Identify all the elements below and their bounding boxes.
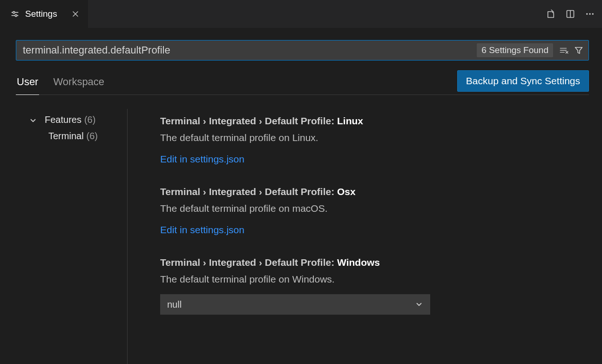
- clear-search-icon[interactable]: [557, 43, 571, 57]
- setting-description: The default terminal profile on macOS.: [160, 203, 589, 214]
- open-changes-icon[interactable]: [545, 8, 556, 20]
- editor-tabbar: Settings: [0, 0, 602, 28]
- setting-description: The default terminal profile on Linux.: [160, 132, 589, 143]
- setting-item: Terminal › Integrated › Default Profile:…: [160, 186, 589, 236]
- tree-item-count: (6): [84, 115, 95, 125]
- chevron-down-icon: [29, 116, 45, 125]
- tree-item-label: Terminal: [48, 131, 84, 142]
- settings-search-input[interactable]: [16, 40, 477, 60]
- setting-title: Terminal › Integrated › Default Profile:…: [160, 115, 589, 127]
- chevron-down-icon: [415, 300, 423, 309]
- svg-point-8: [586, 13, 588, 15]
- svg-point-3: [15, 14, 17, 16]
- settings-body: 6 Settings Found User Workspace Backup a: [0, 28, 602, 364]
- button-label: Backup and Sync Settings: [466, 75, 580, 86]
- more-actions-icon[interactable]: [584, 8, 595, 20]
- setting-dropdown[interactable]: null: [160, 294, 430, 315]
- setting-path: Terminal › Integrated › Default Profile:: [160, 186, 334, 197]
- settings-main: Features (6) Terminal (6) Terminal › Int…: [16, 109, 589, 364]
- edit-in-settings-json-link[interactable]: Edit in settings.json: [160, 224, 244, 236]
- setting-title: Terminal › Integrated › Default Profile:…: [160, 186, 589, 197]
- scope-tabs: User Workspace Backup and Sync Settings: [16, 70, 589, 95]
- tree-item-label: Features: [45, 115, 81, 125]
- svg-point-1: [13, 12, 15, 13]
- setting-item: Terminal › Integrated › Default Profile:…: [160, 257, 589, 315]
- editor-tab-label: Settings: [25, 9, 57, 19]
- tabbar-spacer: [88, 0, 539, 28]
- svg-point-9: [589, 13, 591, 15]
- setting-item: Terminal › Integrated › Default Profile:…: [160, 115, 589, 165]
- setting-path: Terminal › Integrated › Default Profile:: [160, 115, 334, 126]
- edit-in-settings-json-link[interactable]: Edit in settings.json: [160, 154, 244, 165]
- scope-tab-user[interactable]: User: [16, 70, 39, 95]
- scope-tab-label: Workspace: [53, 76, 104, 88]
- close-tab-button[interactable]: [71, 10, 80, 18]
- tree-item-terminal[interactable]: Terminal (6): [16, 128, 127, 144]
- backup-sync-button[interactable]: Backup and Sync Settings: [457, 70, 589, 92]
- setting-key: Windows: [337, 257, 380, 268]
- tree-item-count: (6): [87, 131, 98, 142]
- editor-tab-settings[interactable]: Settings: [0, 0, 88, 28]
- scope-tab-workspace[interactable]: Workspace: [52, 70, 105, 95]
- setting-key: Linux: [337, 115, 363, 126]
- settings-sliders-icon: [10, 9, 20, 19]
- dropdown-value: null: [167, 299, 182, 310]
- settings-list: Terminal › Integrated › Default Profile:…: [128, 109, 589, 364]
- svg-point-10: [592, 13, 594, 15]
- tree-item-features[interactable]: Features (6): [16, 112, 127, 128]
- settings-search-box: 6 Settings Found: [16, 40, 589, 61]
- setting-description: The default terminal profile on Windows.: [160, 274, 589, 285]
- settings-tree: Features (6) Terminal (6): [16, 109, 128, 364]
- setting-key: Osx: [337, 186, 356, 197]
- setting-path: Terminal › Integrated › Default Profile:: [160, 257, 334, 268]
- split-editor-icon[interactable]: [565, 8, 576, 20]
- search-results-count: 6 Settings Found: [477, 43, 553, 57]
- setting-title: Terminal › Integrated › Default Profile:…: [160, 257, 589, 268]
- editor-actions: [539, 0, 602, 28]
- scope-tab-label: User: [17, 76, 38, 88]
- filter-icon[interactable]: [572, 43, 586, 57]
